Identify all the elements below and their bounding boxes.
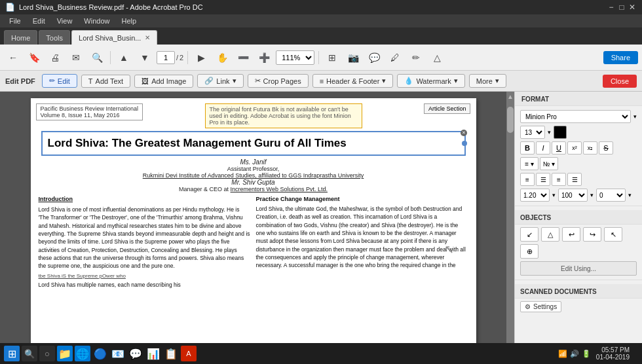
- toolbar-cursor-button[interactable]: ▶: [192, 48, 210, 67]
- scanned-section: SCANNED DOCUMENTS ⚙ Settings: [515, 280, 642, 316]
- italic-button[interactable]: I: [536, 141, 550, 155]
- edit-using-button[interactable]: Edit Using...: [520, 261, 637, 276]
- tab-tools-label: Tools: [46, 34, 63, 42]
- object-btn1[interactable]: ↙: [520, 227, 538, 242]
- toolbar-comment-button[interactable]: 💬: [365, 48, 383, 67]
- ceo-company: Incrementors Web Solutions Pvt. Ltd.: [231, 186, 328, 192]
- underline-button[interactable]: U: [552, 141, 566, 155]
- subscript-button[interactable]: x₂: [583, 141, 597, 155]
- intro-text2: Lord Shiva has multiple names, each name…: [39, 281, 251, 289]
- toolbar-snapshot-button[interactable]: 📷: [344, 48, 362, 67]
- scroll-up-button[interactable]: ▲: [507, 93, 514, 100]
- taskbar-app4[interactable]: 📋: [163, 346, 179, 361]
- align-center-button[interactable]: ☰: [536, 173, 550, 186]
- taskbar-cortana[interactable]: ○: [39, 346, 55, 361]
- toolbar-search-button[interactable]: 🔍: [88, 48, 106, 67]
- taskbar-search[interactable]: 🔍: [22, 346, 37, 361]
- toolbar-highlight-button[interactable]: 🖊: [386, 48, 404, 67]
- tab-home[interactable]: Home: [4, 30, 37, 45]
- object-btn5[interactable]: ↖: [604, 227, 622, 242]
- header-footer-button[interactable]: ≡ Header & Footer ▾: [312, 74, 394, 88]
- object-undo-button[interactable]: ↩: [562, 227, 580, 242]
- toolbar-hand-button[interactable]: ✋: [213, 48, 231, 67]
- watermark-button[interactable]: 💧 Watermark ▾: [397, 74, 464, 88]
- toolbar-bookmark-button[interactable]: 🔖: [25, 48, 43, 67]
- line-spacing-select[interactable]: 1.20: [520, 189, 550, 202]
- tab-close-icon[interactable]: ✕: [145, 34, 150, 41]
- scroll-track[interactable]: ▲ ▼: [506, 92, 514, 364]
- more-button[interactable]: More ▾: [469, 74, 506, 88]
- maximize-button[interactable]: □: [617, 3, 626, 12]
- font-family-select[interactable]: Minion Pro: [520, 110, 631, 123]
- taskbar-pdf[interactable]: A: [181, 346, 197, 361]
- tab-document[interactable]: Lord Shiva_Busin... ✕: [71, 30, 157, 45]
- taskbar-time: 05:57 PM: [596, 346, 630, 354]
- align-justify-button[interactable]: ☰: [567, 173, 582, 186]
- header-icon: ≡: [320, 77, 324, 85]
- toolbar-shapes-button[interactable]: △: [428, 48, 446, 67]
- numbered-list-button[interactable]: № ▾: [540, 157, 558, 170]
- add-text-button[interactable]: T Add Text: [81, 75, 130, 88]
- menu-help[interactable]: Help: [116, 16, 142, 26]
- font-size-select[interactable]: 13: [520, 126, 545, 139]
- crop-button[interactable]: ✂ Crop Pages: [248, 74, 309, 88]
- align-right-button[interactable]: ≡: [552, 173, 566, 186]
- menu-view[interactable]: View: [52, 16, 78, 26]
- toolbar-print-button[interactable]: 🖨: [46, 48, 64, 67]
- toolbar-pen-button[interactable]: ✏: [407, 48, 425, 67]
- toolbar-next-page-button[interactable]: ▼: [136, 48, 154, 67]
- taskbar-chrome[interactable]: 🔵: [92, 346, 108, 361]
- taskbar-app1[interactable]: 📧: [110, 346, 126, 361]
- object-btn2[interactable]: △: [541, 227, 559, 242]
- crop-icon: ✂: [255, 77, 261, 85]
- taskbar-explorer[interactable]: 📁: [57, 346, 73, 361]
- char-spacing-select[interactable]: 100: [558, 189, 588, 202]
- toolbar-fit-button[interactable]: ⊞: [323, 48, 341, 67]
- menu-file[interactable]: File: [4, 16, 26, 26]
- link-button[interactable]: 🔗 Link ▾: [197, 74, 243, 88]
- toolbar-zoom-in-button[interactable]: ➕: [255, 48, 273, 67]
- taskbar-app2[interactable]: 💬: [128, 346, 143, 361]
- zoom-select[interactable]: 111%: [276, 50, 314, 65]
- tab-tools[interactable]: Tools: [39, 30, 70, 45]
- resize-handle[interactable]: [462, 141, 467, 146]
- edit-button[interactable]: ✏ Edit: [42, 74, 77, 88]
- object-btn6[interactable]: ⊕: [520, 244, 538, 259]
- pdf-area[interactable]: Pacific Business Review International Vo…: [0, 92, 506, 364]
- menu-window[interactable]: Window: [79, 16, 115, 26]
- minimize-button[interactable]: −: [607, 3, 616, 12]
- add-image-button[interactable]: 🖼 Add Image: [134, 75, 193, 88]
- toolbar-prev-page-button[interactable]: ▲: [115, 48, 133, 67]
- spacing-row: 1.20 ▾ 100 ▾ 0 ▾: [520, 189, 637, 202]
- page-number-input[interactable]: [157, 51, 175, 64]
- menu-edit[interactable]: Edit: [28, 16, 50, 26]
- journal-volume: Volume 8, Issue 11, May 2016: [41, 112, 139, 118]
- toolbar-email-button[interactable]: ✉: [67, 48, 85, 67]
- size-dropdown-icon: ▾: [548, 129, 551, 136]
- start-button[interactable]: ⊞: [4, 346, 20, 361]
- toolbar-back-button[interactable]: ←: [4, 48, 22, 67]
- page-separator: /: [176, 54, 178, 62]
- bold-button[interactable]: B: [520, 141, 535, 155]
- sys-tray: 📶 🔊 🔋: [558, 350, 591, 358]
- object-redo-button[interactable]: ↪: [583, 227, 601, 242]
- objects-buttons: ↙ △ ↩ ↪ ↖ ⊕: [520, 227, 637, 259]
- bullet-list-button[interactable]: ≡ ▾: [520, 157, 538, 170]
- taskbar-edge[interactable]: 🌐: [75, 346, 90, 361]
- close-edit-button[interactable]: Close: [603, 75, 637, 88]
- settings-button[interactable]: ⚙ Settings: [520, 301, 561, 312]
- scroll-thumb[interactable]: [507, 107, 514, 133]
- title-box[interactable]: ✕ Lord Shiva: The Greatest Management Gu…: [41, 131, 466, 156]
- align-left-button[interactable]: ≡: [520, 173, 535, 186]
- article-section-button[interactable]: Article Section: [424, 103, 471, 114]
- right-column: Practice Change Management Lord Shiva, t…: [256, 195, 468, 289]
- superscript-button[interactable]: x²: [567, 141, 582, 155]
- close-handle[interactable]: ✕: [461, 130, 467, 136]
- close-window-button[interactable]: ✕: [628, 3, 637, 12]
- taskbar-app3[interactable]: 📊: [145, 346, 161, 361]
- share-button[interactable]: Share: [603, 51, 638, 64]
- toolbar-zoom-out-button[interactable]: ➖: [234, 48, 252, 67]
- strikethrough-button[interactable]: S: [599, 141, 613, 155]
- color-swatch[interactable]: [554, 126, 567, 139]
- indent-select[interactable]: 0: [596, 189, 626, 202]
